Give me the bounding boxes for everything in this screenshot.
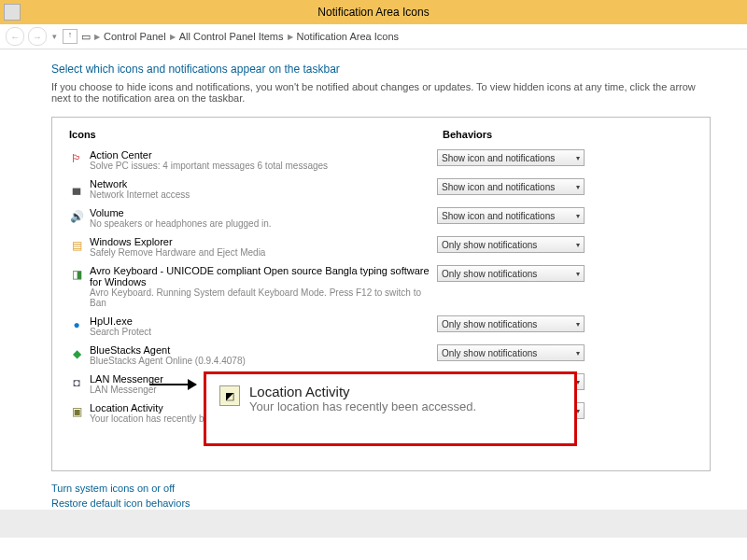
link-restore-defaults[interactable]: Restore default icon behaviors	[51, 497, 710, 509]
hpui-behavior-cell: Only show notifications▾	[437, 315, 698, 332]
window-system-icon	[4, 4, 21, 21]
list-item-network: ▄NetworkNetwork Internet accessShow icon…	[63, 175, 698, 203]
volume-desc: No speakers or headphones are plugged in…	[90, 218, 437, 229]
annotation-callout: ◩ Location Activity Your location has re…	[204, 371, 577, 446]
breadcrumb-sep: ▶	[94, 33, 100, 41]
hpui-icon: ●	[69, 317, 84, 332]
breadcrumb: ▭ ▶ Control Panel ▶ All Control Panel It…	[81, 31, 399, 43]
action-center-title: Action Center	[90, 149, 437, 161]
list-item-bluestacks: ◆BlueStacks AgentBlueStacks Agent Online…	[63, 341, 698, 370]
action-center-icon: 🏳	[69, 151, 84, 166]
column-headers: Icons Behaviors	[63, 125, 698, 146]
list-item-hpui: ●HpUI.exeSearch ProtectOnly show notific…	[63, 312, 698, 341]
volume-text: VolumeNo speakers or headphones are plug…	[90, 207, 437, 229]
network-desc: Network Internet access	[90, 189, 437, 200]
windows-explorer-text: Windows ExplorerSafely Remove Hardware a…	[90, 236, 437, 258]
chevron-down-icon: ▾	[576, 270, 580, 278]
chevron-down-icon: ▾	[576, 183, 580, 191]
action-center-text: Action CenterSolve PC issues: 4 importan…	[90, 149, 437, 171]
avro-keyboard-title: Avro Keyboard - UNICODE compliant Open s…	[90, 265, 437, 287]
column-behaviors: Behaviors	[443, 129, 698, 140]
page-heading: Select which icons and notifications app…	[51, 63, 710, 76]
link-turn-system-icons[interactable]: Turn system icons on or off	[51, 483, 710, 494]
bluestacks-desc: BlueStacks Agent Online (0.9.4.4078)	[90, 356, 437, 366]
breadcrumb-sep: ▶	[288, 33, 293, 41]
action-center-desc: Solve PC issues: 4 important messages 6 …	[90, 161, 437, 171]
avro-keyboard-behavior-cell: Only show notifications▾	[437, 265, 698, 282]
callout-desc: Your location has recently been accessed…	[249, 399, 476, 413]
footer-strip	[0, 510, 747, 538]
hpui-desc: Search Protect	[90, 327, 437, 337]
content-area: Select which icons and notifications app…	[0, 49, 747, 527]
windows-explorer-desc: Safely Remove Hardware and Eject Media	[90, 247, 437, 258]
network-text: NetworkNetwork Internet access	[90, 178, 437, 200]
bluestacks-behavior-cell: Only show notifications▾	[437, 344, 698, 361]
volume-behavior-select[interactable]: Show icon and notifications▾	[437, 207, 585, 224]
avro-keyboard-behavior-select[interactable]: Only show notifications▾	[437, 265, 585, 282]
network-title: Network	[90, 178, 437, 189]
windows-explorer-icon: ▤	[69, 238, 84, 253]
network-icon: ▄	[69, 180, 84, 195]
bluestacks-title: BlueStacks Agent	[90, 344, 437, 356]
annotation-arrow	[149, 384, 196, 385]
page-subtext: If you choose to hide icons and notifica…	[51, 81, 710, 104]
windows-explorer-title: Windows Explorer	[90, 236, 437, 247]
folder-icon: ▭	[81, 31, 91, 43]
volume-behavior-cell: Show icon and notifications▾	[437, 207, 698, 224]
network-behavior-select[interactable]: Show icon and notifications▾	[437, 178, 585, 195]
avro-keyboard-desc: Avro Keyboard. Running System default Ke…	[90, 287, 437, 308]
list-item-action-center: 🏳Action CenterSolve PC issues: 4 importa…	[63, 146, 698, 175]
volume-title: Volume	[90, 207, 437, 218]
column-icons: Icons	[63, 129, 443, 140]
history-dropdown[interactable]: ▾	[50, 32, 59, 41]
windows-explorer-behavior-select[interactable]: Only show notifications▾	[437, 236, 585, 253]
location-activity-icon: ◩	[219, 385, 240, 406]
hpui-behavior-select[interactable]: Only show notifications▾	[437, 315, 585, 332]
avro-keyboard-text: Avro Keyboard - UNICODE compliant Open s…	[90, 265, 437, 308]
list-item-windows-explorer: ▤Windows ExplorerSafely Remove Hardware …	[63, 232, 698, 261]
breadcrumb-item[interactable]: Notification Area Icons	[297, 31, 399, 42]
forward-button[interactable]: →	[28, 27, 47, 46]
callout-title: Location Activity	[249, 384, 476, 399]
windows-explorer-behavior-cell: Only show notifications▾	[437, 236, 698, 253]
window-title-bar: Notification Area Icons	[0, 0, 747, 24]
network-behavior-cell: Show icon and notifications▾	[437, 178, 698, 195]
list-item-avro-keyboard: ◨Avro Keyboard - UNICODE compliant Open …	[63, 261, 698, 312]
lan-messenger-icon: ◘	[69, 375, 84, 390]
back-button[interactable]: ←	[6, 27, 24, 46]
location-activity-icon: ▣	[69, 404, 84, 419]
chevron-down-icon: ▾	[576, 212, 580, 220]
volume-icon: 🔊	[69, 209, 84, 224]
chevron-down-icon: ▾	[576, 241, 580, 249]
window-title: Notification Area Icons	[317, 6, 429, 19]
breadcrumb-item[interactable]: Control Panel	[104, 31, 166, 42]
bluestacks-icon: ◆	[69, 346, 84, 361]
bluestacks-behavior-select[interactable]: Only show notifications▾	[437, 344, 585, 361]
breadcrumb-item[interactable]: All Control Panel Items	[179, 31, 284, 42]
chevron-down-icon: ▾	[576, 320, 580, 329]
chevron-down-icon: ▾	[576, 154, 580, 162]
avro-keyboard-icon: ◨	[69, 267, 84, 282]
breadcrumb-sep: ▶	[170, 33, 176, 41]
action-center-behavior-cell: Show icon and notifications▾	[437, 149, 698, 166]
list-item-volume: 🔊VolumeNo speakers or headphones are plu…	[63, 203, 698, 232]
nav-bar: ← → ▾ ↑ ▭ ▶ Control Panel ▶ All Control …	[0, 24, 747, 49]
hpui-text: HpUI.exeSearch Protect	[90, 315, 437, 337]
up-button[interactable]: ↑	[63, 29, 78, 44]
bluestacks-text: BlueStacks AgentBlueStacks Agent Online …	[90, 344, 437, 366]
chevron-down-icon: ▾	[576, 349, 580, 357]
action-center-behavior-select[interactable]: Show icon and notifications▾	[437, 149, 585, 166]
hpui-title: HpUI.exe	[90, 315, 437, 327]
